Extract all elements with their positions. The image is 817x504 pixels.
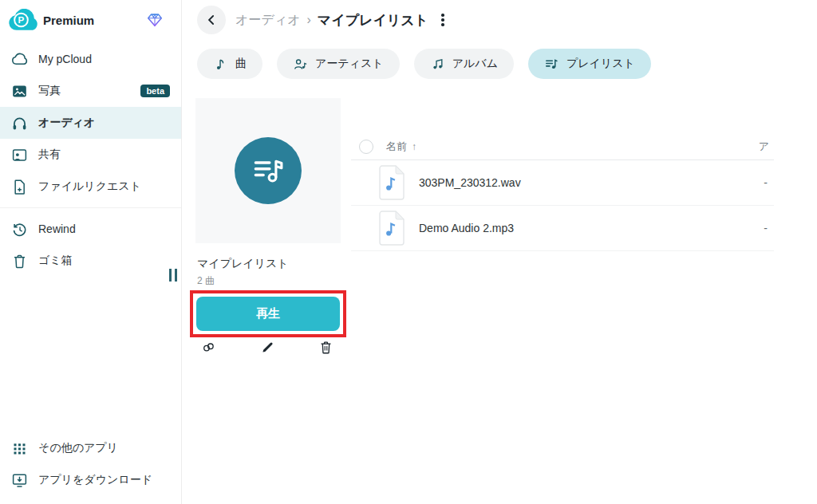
tab-albums[interactable]: アルバム: [414, 49, 514, 79]
breadcrumb-parent[interactable]: オーディオ: [235, 12, 301, 29]
tab-label: アーティスト: [315, 57, 384, 71]
artist-icon: [293, 57, 308, 72]
table-header-row: 名前 ↑ ア: [351, 134, 774, 160]
logo-row: P Premium: [0, 0, 181, 40]
headphones-icon: [11, 115, 28, 132]
trash-icon: [11, 253, 28, 270]
playlist-icon: [544, 57, 559, 72]
playlist-track-count: 2 曲: [197, 274, 215, 288]
sidebar-item-file-requests[interactable]: ファイルリクエスト: [0, 171, 181, 203]
cloud-icon: [11, 51, 28, 68]
pcloud-app-window: P Premium My pCloud: [0, 0, 817, 504]
play-button[interactable]: 再生: [196, 297, 340, 331]
chevron-left-icon: [203, 12, 219, 28]
note-icon: [213, 57, 228, 72]
sidebar: P Premium My pCloud: [0, 0, 182, 504]
sidebar-item-label: My pCloud: [38, 53, 170, 65]
sidebar-item-label: オーディオ: [38, 116, 170, 130]
playlist-cover-icon: [251, 153, 286, 188]
sidebar-item-rewind[interactable]: Rewind: [0, 213, 181, 245]
sidebar-nav: My pCloud 写真 beta オーディオ 共有: [0, 43, 181, 277]
annotation-highlight-box: 再生: [190, 290, 346, 337]
sidebar-item-more-apps[interactable]: その他のアプリ: [0, 432, 181, 464]
svg-text:P: P: [18, 14, 25, 25]
beta-badge: beta: [140, 85, 170, 97]
breadcrumb: オーディオ › マイプレイリスト: [197, 6, 449, 34]
tab-playlists[interactable]: プレイリスト: [528, 49, 651, 79]
photos-icon: [11, 83, 28, 100]
sidebar-item-label: ゴミ箱: [38, 254, 170, 268]
edit-icon[interactable]: [260, 340, 275, 355]
track-table: 名前 ↑ ア 303PM_230312.wav - Demo Audio 2.m…: [351, 134, 774, 251]
audio-file-icon: [377, 165, 405, 200]
playlist-cover-circle: [235, 137, 302, 204]
tab-artists[interactable]: アーティスト: [277, 49, 400, 79]
sidebar-item-shared[interactable]: 共有: [0, 139, 181, 171]
breadcrumb-separator: ›: [307, 13, 311, 27]
file-request-icon: [11, 179, 28, 195]
sort-ascending-icon: ↑: [412, 141, 416, 152]
sidebar-divider: [0, 207, 181, 208]
premium-label: Premium: [43, 14, 146, 27]
diamond-premium-icon[interactable]: [146, 11, 164, 29]
file-name: 303PM_230312.wav: [419, 176, 521, 189]
table-row[interactable]: Demo Audio 2.mp3 -: [351, 206, 774, 251]
select-all-checkbox[interactable]: [359, 140, 373, 154]
playlist-title: マイプレイリスト: [197, 257, 289, 271]
apps-grid-icon: [11, 440, 28, 457]
sidebar-item-audio[interactable]: オーディオ: [0, 107, 181, 139]
pcloud-logo-icon[interactable]: P: [8, 9, 40, 31]
download-app-icon: [11, 472, 28, 489]
rewind-icon: [11, 221, 28, 238]
share-link-icon[interactable]: [201, 340, 216, 355]
album-icon: [430, 57, 445, 72]
sidebar-item-download-apps[interactable]: アプリをダウンロード: [0, 464, 181, 496]
tab-songs[interactable]: 曲: [197, 49, 262, 79]
main-content: オーディオ › マイプレイリスト 曲 アーティスト: [182, 0, 817, 504]
table-row[interactable]: 303PM_230312.wav -: [351, 160, 774, 206]
kebab-menu-icon[interactable]: [436, 10, 449, 30]
sidebar-item-label: ファイルリクエスト: [38, 179, 170, 194]
tab-label: 曲: [235, 57, 247, 71]
column-header-artist[interactable]: ア: [759, 140, 774, 154]
page-title: マイプレイリスト: [318, 11, 428, 30]
sidebar-item-label: 共有: [38, 148, 170, 162]
audio-filter-tabs: 曲 アーティスト アルバム プレイリスト: [197, 49, 651, 79]
sidebar-resize-handle[interactable]: [169, 269, 177, 282]
file-artist: -: [764, 222, 774, 234]
playlist-actions: [201, 340, 334, 355]
file-artist: -: [764, 176, 774, 189]
sidebar-item-my-pcloud[interactable]: My pCloud: [0, 43, 181, 75]
tab-label: アルバム: [452, 57, 498, 71]
sidebar-item-label: 写真: [38, 84, 140, 98]
shared-icon: [11, 147, 28, 163]
sidebar-footer: その他のアプリ アプリをダウンロード: [0, 432, 181, 496]
sidebar-item-label: Rewind: [38, 222, 170, 235]
sidebar-item-trash[interactable]: ゴミ箱: [0, 245, 181, 277]
delete-icon[interactable]: [318, 340, 334, 355]
file-name: Demo Audio 2.mp3: [419, 222, 514, 234]
column-header-name[interactable]: 名前 ↑: [386, 140, 416, 154]
back-button[interactable]: [197, 6, 226, 34]
audio-file-icon: [377, 211, 405, 246]
sidebar-item-photos[interactable]: 写真 beta: [0, 75, 181, 107]
sidebar-item-label: その他のアプリ: [38, 441, 170, 455]
playlist-cover: [195, 98, 341, 243]
sidebar-item-label: アプリをダウンロード: [38, 473, 170, 487]
tab-label: プレイリスト: [566, 57, 635, 71]
